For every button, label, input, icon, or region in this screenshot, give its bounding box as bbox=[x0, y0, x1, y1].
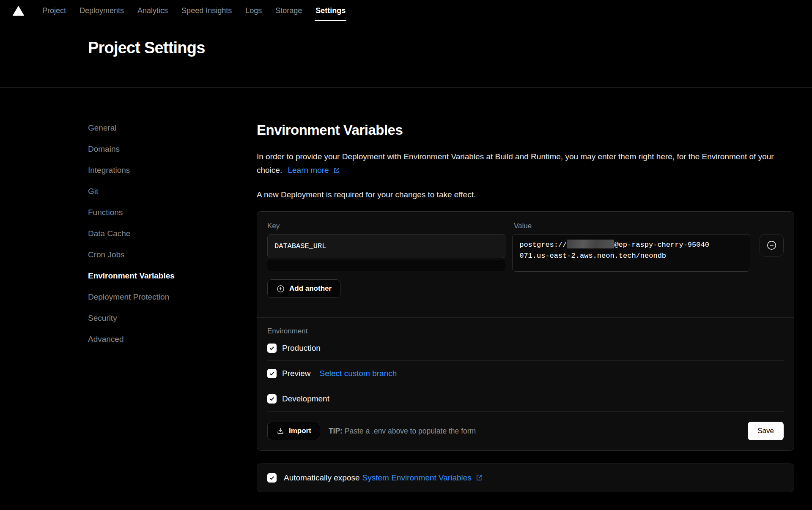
development-checkbox[interactable] bbox=[267, 394, 277, 404]
external-link-icon bbox=[476, 474, 483, 481]
nav-tab-label: Analytics bbox=[137, 6, 168, 15]
system-env-variables-link[interactable]: System Environment Variables bbox=[362, 473, 483, 483]
key-value-area: Key Value postgres://@ep-raspy-cherry-95… bbox=[257, 212, 794, 308]
external-link-icon bbox=[333, 167, 340, 174]
value-line-1: postgres://@ep-raspy-cherry-95040 bbox=[519, 240, 743, 251]
nav-tab-settings[interactable]: Settings bbox=[309, 0, 352, 21]
environment-label: Environment bbox=[267, 327, 784, 335]
top-navigation: Project Deployments Analytics Speed Insi… bbox=[0, 0, 812, 21]
key-value-row: postgres://@ep-raspy-cherry-95040 071.us… bbox=[267, 234, 784, 272]
tip-bold: TIP: bbox=[329, 427, 343, 435]
nav-tab-label: Project bbox=[42, 6, 66, 15]
sidebar-item-functions[interactable]: Functions bbox=[88, 208, 257, 229]
nav-tab-label: Deployments bbox=[80, 6, 124, 15]
card-footer: Import TIP: Paste a .env above to popula… bbox=[257, 412, 794, 450]
nav-tabs: Project Deployments Analytics Speed Insi… bbox=[36, 0, 352, 21]
sidebar-item-git[interactable]: Git bbox=[88, 187, 257, 208]
vercel-triangle-icon bbox=[12, 5, 25, 16]
active-tab-indicator bbox=[315, 20, 346, 21]
nav-tab-logs[interactable]: Logs bbox=[239, 0, 269, 21]
redacted-credentials bbox=[567, 240, 614, 248]
circle-minus-icon bbox=[766, 240, 777, 251]
sidebar-item-general[interactable]: General bbox=[88, 123, 257, 145]
value-column: postgres://@ep-raspy-cherry-95040 071.us… bbox=[512, 234, 750, 272]
import-label: Import bbox=[289, 427, 311, 435]
page-title: Project Settings bbox=[88, 39, 812, 57]
key-value-labels: Key Value bbox=[267, 222, 784, 230]
add-another-label: Add another bbox=[289, 284, 332, 293]
tip-body: Paste a .env above to populate the form bbox=[345, 427, 476, 435]
key-label: Key bbox=[267, 222, 514, 230]
value-input[interactable]: postgres://@ep-raspy-cherry-95040 071.us… bbox=[512, 234, 750, 272]
remove-variable-button[interactable] bbox=[760, 234, 784, 256]
environment-row-production: Production bbox=[267, 335, 784, 361]
key-column bbox=[267, 234, 505, 271]
deployment-note: A new Deployment is required for your ch… bbox=[257, 190, 794, 199]
system-env-link-label: System Environment Variables bbox=[362, 473, 472, 482]
circle-plus-icon bbox=[276, 284, 285, 293]
save-button[interactable]: Save bbox=[748, 422, 784, 440]
system-env-card: Automatically expose System Environment … bbox=[257, 464, 794, 492]
learn-more-label: Learn more bbox=[288, 166, 329, 175]
check-icon bbox=[269, 371, 275, 376]
select-custom-branch-link[interactable]: Select custom branch bbox=[320, 369, 397, 378]
section-title: Environment Variables bbox=[257, 122, 794, 138]
environment-targets: Environment Production Preview Select cu… bbox=[257, 317, 794, 412]
nav-tab-deployments[interactable]: Deployments bbox=[73, 0, 131, 21]
nav-tab-label: Storage bbox=[275, 6, 302, 15]
settings-sidebar: General Domains Integrations Git Functio… bbox=[88, 88, 257, 492]
env-variables-card: Key Value postgres://@ep-raspy-cherry-95… bbox=[257, 211, 794, 451]
preview-checkbox[interactable] bbox=[267, 369, 277, 378]
sidebar-item-cron-jobs[interactable]: Cron Jobs bbox=[88, 250, 257, 271]
environment-row-preview: Preview Select custom branch bbox=[267, 361, 784, 386]
nav-tab-label: Logs bbox=[245, 6, 262, 15]
section-description: In order to provide your Deployment with… bbox=[257, 150, 794, 177]
value-line-2: 071.us-east-2.aws.neon.tech/neondb bbox=[519, 251, 743, 262]
value-prefix: postgres:// bbox=[519, 241, 567, 249]
sidebar-item-security[interactable]: Security bbox=[88, 314, 257, 335]
auto-expose-checkbox[interactable] bbox=[267, 473, 277, 483]
value-host-part1: @ep-raspy-cherry-95040 bbox=[614, 241, 709, 249]
production-label: Production bbox=[282, 344, 321, 353]
production-checkbox[interactable] bbox=[267, 344, 277, 353]
value-label: Value bbox=[514, 222, 784, 230]
tip-text: TIP: Paste a .env above to populate the … bbox=[329, 427, 476, 436]
download-icon bbox=[276, 427, 285, 435]
sidebar-item-data-cache[interactable]: Data Cache bbox=[88, 229, 257, 250]
environment-variables-section: Environment Variables In order to provid… bbox=[257, 88, 794, 492]
auto-expose-label: Automatically expose bbox=[284, 473, 360, 483]
sidebar-item-advanced[interactable]: Advanced bbox=[88, 335, 257, 356]
check-icon bbox=[269, 475, 275, 481]
learn-more-link[interactable]: Learn more bbox=[288, 166, 340, 175]
sidebar-item-deployment-protection[interactable]: Deployment Protection bbox=[88, 292, 257, 314]
nav-tab-speed-insights[interactable]: Speed Insights bbox=[175, 0, 239, 21]
add-another-button[interactable]: Add another bbox=[267, 279, 340, 298]
settings-content: General Domains Integrations Git Functio… bbox=[0, 88, 812, 492]
check-icon bbox=[269, 345, 275, 351]
key-input[interactable] bbox=[267, 234, 505, 258]
value-host-part2: 071.us-east-2.aws.neon.tech/neondb bbox=[519, 252, 666, 260]
nav-tab-analytics[interactable]: Analytics bbox=[131, 0, 175, 21]
nav-tab-label: Settings bbox=[315, 6, 346, 15]
page-header: Project Settings bbox=[0, 21, 812, 87]
check-icon bbox=[269, 396, 275, 402]
vercel-logo[interactable] bbox=[12, 0, 25, 21]
environment-row-development: Development bbox=[267, 386, 784, 412]
nav-tab-label: Speed Insights bbox=[181, 6, 232, 15]
sidebar-item-integrations[interactable]: Integrations bbox=[88, 166, 257, 187]
import-button[interactable]: Import bbox=[267, 422, 320, 440]
preview-label: Preview bbox=[282, 369, 311, 378]
nav-tab-storage[interactable]: Storage bbox=[269, 0, 309, 21]
key-input-extension bbox=[267, 260, 505, 271]
sidebar-item-environment-variables[interactable]: Environment Variables bbox=[88, 271, 257, 292]
nav-tab-project[interactable]: Project bbox=[36, 0, 73, 21]
development-label: Development bbox=[282, 394, 329, 404]
sidebar-item-domains[interactable]: Domains bbox=[88, 145, 257, 166]
